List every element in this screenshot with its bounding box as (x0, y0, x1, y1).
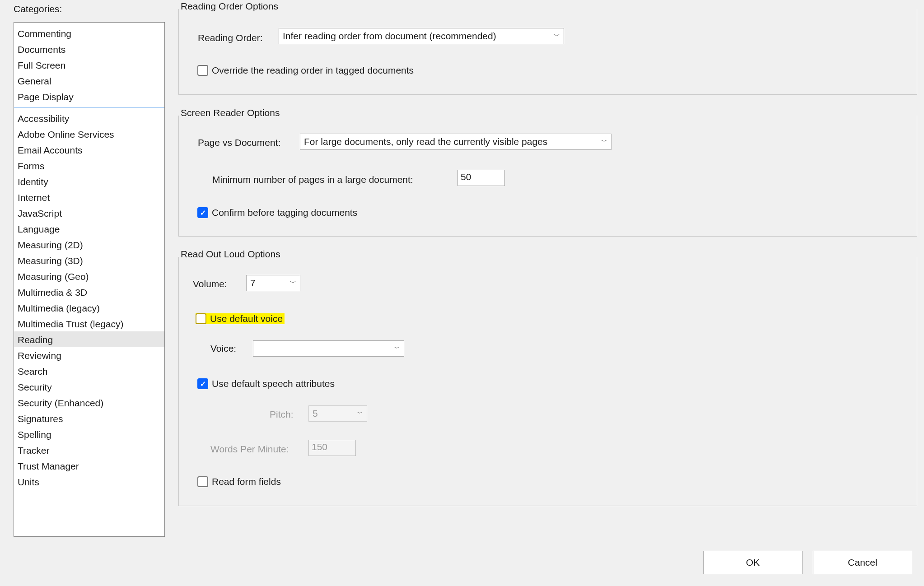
pitch-select: 5 ﹀ (308, 405, 367, 422)
wpm-input: 150 (308, 440, 356, 456)
category-item-email-accounts[interactable]: Email Accounts (14, 142, 164, 158)
category-item-documents[interactable]: Documents (14, 41, 164, 57)
confirm-before-tagging-label: Confirm before tagging documents (212, 207, 357, 218)
category-item-reviewing[interactable]: Reviewing (14, 347, 164, 363)
reading-order-select[interactable]: Infer reading order from document (recom… (279, 28, 564, 44)
override-reading-order-label: Override the reading order in tagged doc… (212, 65, 414, 76)
page-vs-document-value: For large documents, only read the curre… (304, 136, 547, 147)
voice-label: Voice: (210, 343, 236, 354)
voice-select[interactable]: ﹀ (253, 340, 404, 357)
category-item-identity[interactable]: Identity (14, 173, 164, 189)
category-item-page-display[interactable]: Page Display (14, 88, 164, 104)
category-item-full-screen[interactable]: Full Screen (14, 57, 164, 73)
category-item-trust-manager[interactable]: Trust Manager (14, 458, 164, 474)
confirm-before-tagging-checkbox[interactable]: ✓ Confirm before tagging documents (197, 207, 357, 218)
category-item-spelling[interactable]: Spelling (14, 426, 164, 442)
checkbox-icon (196, 313, 206, 324)
checkbox-checked-icon: ✓ (197, 207, 208, 218)
ok-button-label: OK (746, 557, 760, 568)
checkbox-icon (197, 65, 208, 76)
min-pages-input[interactable]: 50 (457, 170, 505, 186)
checkbox-checked-icon: ✓ (197, 378, 208, 389)
cancel-button[interactable]: Cancel (813, 551, 912, 574)
page-vs-document-label: Page vs Document: (198, 137, 280, 148)
category-item-security-enhanced[interactable]: Security (Enhanced) (14, 395, 164, 410)
volume-select[interactable]: 7 ﹀ (246, 275, 300, 291)
category-item-commenting[interactable]: Commenting (14, 25, 164, 41)
chevron-down-icon: ﹀ (554, 32, 560, 40)
override-reading-order-checkbox[interactable]: Override the reading order in tagged doc… (197, 65, 414, 76)
category-item-adobe-online-services[interactable]: Adobe Online Services (14, 126, 164, 142)
category-item-reading[interactable]: Reading (14, 331, 164, 347)
read-form-fields-label: Read form fields (212, 476, 281, 487)
cancel-button-label: Cancel (848, 557, 877, 568)
reading-order-label: Reading Order: (198, 33, 263, 43)
category-item-internet[interactable]: Internet (14, 189, 164, 205)
use-default-speech-label: Use default speech attributes (212, 378, 335, 389)
use-default-voice-label: Use default voice (210, 313, 283, 324)
category-item-language[interactable]: Language (14, 221, 164, 237)
chevron-down-icon: ﹀ (601, 138, 607, 146)
category-item-multimedia-legacy[interactable]: Multimedia (legacy) (14, 300, 164, 316)
min-pages-label: Minimum number of pages in a large docum… (212, 174, 413, 185)
categories-list[interactable]: Commenting Documents Full Screen General… (14, 22, 165, 537)
use-default-voice-checkbox[interactable]: Use default voice (196, 313, 285, 324)
category-item-units[interactable]: Units (14, 474, 164, 489)
pitch-value: 5 (313, 408, 318, 419)
category-item-general[interactable]: General (14, 73, 164, 88)
volume-value: 7 (250, 278, 256, 288)
use-default-speech-checkbox[interactable]: ✓ Use default speech attributes (197, 378, 335, 389)
chevron-down-icon: ﹀ (394, 344, 400, 353)
category-item-security[interactable]: Security (14, 379, 164, 395)
category-separator (14, 107, 164, 107)
volume-label: Volume: (193, 279, 227, 289)
category-item-signatures[interactable]: Signatures (14, 410, 164, 426)
category-item-accessibility[interactable]: Accessibility (14, 110, 164, 126)
category-item-measuring-2d[interactable]: Measuring (2D) (14, 237, 164, 252)
category-item-tracker[interactable]: Tracker (14, 442, 164, 458)
reading-order-value: Infer reading order from document (recom… (283, 31, 496, 42)
checkbox-icon (197, 476, 208, 487)
category-item-forms[interactable]: Forms (14, 158, 164, 173)
read-form-fields-checkbox[interactable]: Read form fields (197, 476, 281, 487)
category-item-search[interactable]: Search (14, 363, 164, 379)
chevron-down-icon: ﹀ (290, 279, 296, 287)
reading-order-group (178, 9, 917, 95)
category-item-measuring-geo[interactable]: Measuring (Geo) (14, 268, 164, 284)
wpm-label: Words Per Minute: (210, 444, 289, 455)
chevron-down-icon: ﹀ (357, 409, 363, 418)
categories-label: Categories: (14, 4, 62, 14)
category-item-javascript[interactable]: JavaScript (14, 205, 164, 221)
pitch-label: Pitch: (270, 409, 294, 420)
category-item-multimedia-3d[interactable]: Multimedia & 3D (14, 284, 164, 300)
page-vs-document-select[interactable]: For large documents, only read the curre… (300, 134, 611, 150)
category-item-measuring-3d[interactable]: Measuring (3D) (14, 252, 164, 268)
ok-button[interactable]: OK (703, 551, 803, 574)
category-item-multimedia-trust-legacy[interactable]: Multimedia Trust (legacy) (14, 316, 164, 331)
